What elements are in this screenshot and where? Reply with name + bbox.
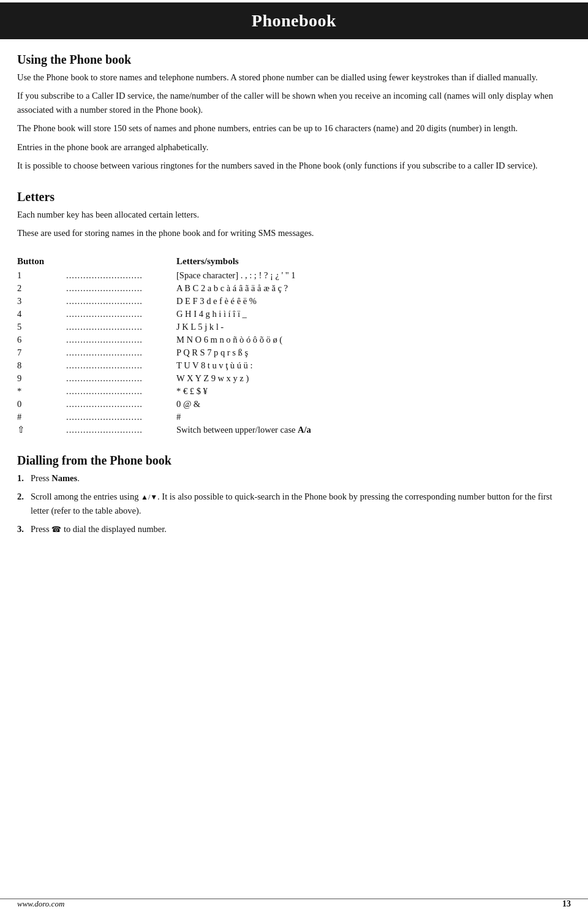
sym-cell: G H I 4 g h i ì í î ï _ [176,308,571,321]
btn-cell: 2 [17,282,66,295]
table-row: *...........................* € £ $ ¥ [17,385,571,398]
footer: www.doro.com 13 [0,899,588,909]
step-num-3: 3. [17,522,24,536]
btn-cell: 7 [17,346,66,359]
dialling-section: Dialling from the Phone book 1. Press Na… [17,454,571,536]
letters-para2: These are used for storing names in the … [17,226,571,240]
dots-cell: ........................... [66,359,176,372]
table-row: 5...........................J K L 5 j k … [17,321,571,333]
names-bold: Names [51,473,77,483]
col-dots-header [66,254,176,269]
dots-cell: ........................... [66,308,176,321]
dialling-heading: Dialling from the Phone book [17,454,571,468]
using-para3: The Phone book will store 150 sets of na… [17,121,571,135]
dialling-list: 1. Press Names. 2. Scroll among the entr… [17,471,571,536]
table-row: 4...........................G H I 4 g h … [17,308,571,321]
table-row: 0...........................0 @ & [17,398,571,411]
step-num-1: 1. [17,471,24,485]
btn-cell: 4 [17,308,66,321]
btn-cell: 5 [17,321,66,333]
letters-section: Letters Each number key has been allocat… [17,190,571,436]
sym-cell: Switch between upper/lower case A/a [176,424,571,436]
sym-cell: P Q R S 7 p q r s ß ş [176,346,571,359]
sym-cell: T U V 8 t u v ţ ù ú ü : [176,359,571,372]
btn-cell: ⇧ [17,424,66,436]
list-item: 2. Scroll among the entries using ▲/▼. I… [17,490,571,517]
table-row: ⇧...........................Switch betwe… [17,424,571,436]
btn-cell: 3 [17,295,66,308]
using-para5: It is possible to choose between various… [17,159,571,172]
sym-cell: J K L 5 j k l - [176,321,571,333]
table-section: Button Letters/symbols 1................… [17,254,571,436]
dots-cell: ........................... [66,269,176,282]
btn-cell: 6 [17,333,66,346]
header-bar: Phonebook [0,2,588,39]
table-row: 2...........................A B C 2 a b … [17,282,571,295]
dots-cell: ........................... [66,398,176,411]
letters-para1: Each number key has been allocated certa… [17,208,571,221]
key-table: Button Letters/symbols 1................… [17,254,571,436]
dots-cell: ........................... [66,346,176,359]
col-symbols: Letters/symbols [176,254,571,269]
table-row: 8...........................T U V 8 t u … [17,359,571,372]
btn-cell: 8 [17,359,66,372]
sym-cell: [Space character] . , : ; ! ? ¡ ¿ ' " 1 [176,269,571,282]
main-content: Using the Phone book Use the Phone book … [0,39,588,553]
dots-cell: ........................... [66,411,176,424]
btn-cell: 1 [17,269,66,282]
using-para4: Entries in the phone book are arranged a… [17,140,571,154]
footer-page: 13 [562,899,571,909]
using-section: Using the Phone book Use the Phone book … [17,53,571,173]
table-row: #...........................# [17,411,571,424]
arrow-icon: ▲/▼ [141,492,157,503]
sym-cell: M N O 6 m n o ñ ò ó ô õ ö ø ( [176,333,571,346]
list-item: 3. Press ☎ to dial the displayed number. [17,522,571,536]
letters-heading: Letters [17,190,571,204]
dots-cell: ........................... [66,333,176,346]
dots-cell: ........................... [66,424,176,436]
using-heading: Using the Phone book [17,53,571,67]
dots-cell: ........................... [66,282,176,295]
table-row: 6...........................M N O 6 m n … [17,333,571,346]
sym-cell: 0 @ & [176,398,571,411]
list-item: 1. Press Names. [17,471,571,485]
dots-cell: ........................... [66,321,176,333]
using-para1: Use the Phone book to store names and te… [17,70,571,84]
page-title: Phonebook [252,11,336,31]
btn-cell: # [17,411,66,424]
dots-cell: ........................... [66,372,176,385]
footer-url: www.doro.com [17,899,64,909]
table-row: 9...........................W X Y Z 9 w … [17,372,571,385]
table-row: 3...........................D E F 3 d e … [17,295,571,308]
sym-cell: W X Y Z 9 w x y z ) [176,372,571,385]
table-row: 7...........................P Q R S 7 p … [17,346,571,359]
sym-cell: * € £ $ ¥ [176,385,571,398]
table-row: 1...........................[Space chara… [17,269,571,282]
sym-cell: # [176,411,571,424]
col-button: Button [17,254,66,269]
sym-cell: D E F 3 d e f è é ê ë % [176,295,571,308]
sym-cell: A B C 2 a b c à á â ã ä å æ ă ç ? [176,282,571,295]
page-top: English Phonebook [0,0,588,39]
dots-cell: ........................... [66,385,176,398]
step-num-2: 2. [17,490,24,503]
btn-cell: * [17,385,66,398]
btn-cell: 9 [17,372,66,385]
using-para2: If you subscribe to a Caller ID service,… [17,89,571,116]
btn-cell: 0 [17,398,66,411]
dots-cell: ........................... [66,295,176,308]
phone-icon: ☎ [51,523,61,536]
